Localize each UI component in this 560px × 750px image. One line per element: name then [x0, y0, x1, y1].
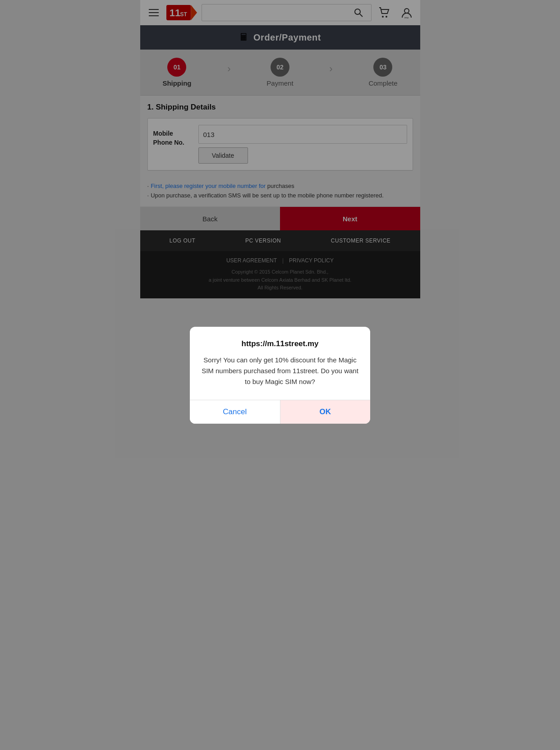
modal-overlay: https://m.11street.my Sorry! You can onl…	[140, 0, 420, 298]
